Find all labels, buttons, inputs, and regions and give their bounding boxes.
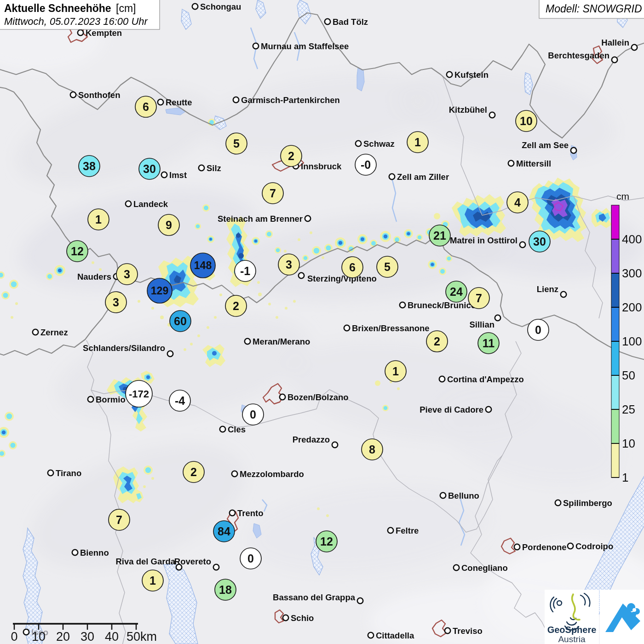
legend-color-segment — [611, 341, 619, 375]
city-marker — [213, 564, 219, 570]
city-marker — [88, 397, 93, 402]
snow-speckle — [184, 348, 186, 351]
station-value: 1 — [414, 136, 421, 149]
station-value-3-628-575: 3 — [278, 254, 299, 275]
snow-speckle — [276, 316, 278, 319]
snow-patch — [254, 240, 257, 242]
snow-patch — [361, 237, 364, 241]
city-marker — [23, 629, 29, 635]
scale-bar-label: 40 — [105, 630, 119, 644]
snow-patch — [209, 238, 212, 241]
city-bruneck-brunico: Bruneck/Brunico — [400, 300, 476, 310]
city-label: Tirano — [56, 468, 81, 478]
city-label: Schlanders/Silandro — [83, 343, 165, 353]
snow-patch — [267, 232, 271, 236]
city-label: Cortina d'Ampezzo — [447, 374, 524, 384]
station-value-4-1125-440: 4 — [507, 192, 528, 213]
station-value: 6 — [143, 100, 149, 113]
legend-tick-label: 100 — [622, 334, 642, 348]
city-label: Reutte — [166, 98, 192, 107]
snow-map-page: KemptenSchongauBad TölzMurnau am Staffel… — [0, 0, 644, 644]
station-value-0-550-901: 0 — [242, 404, 264, 425]
legend-unit-label: cm — [616, 191, 629, 201]
snow-patch — [47, 274, 52, 279]
station-value: 30 — [533, 235, 546, 248]
station-value-7-259-1130: 7 — [109, 509, 130, 530]
city-murnau-am-staffelsee: Murnau am Staffelsee — [253, 41, 349, 51]
station-value: 11 — [483, 337, 495, 350]
station-value-2-633-339: 2 — [281, 145, 302, 167]
legend-color-segment — [611, 443, 619, 477]
snow-patch — [326, 245, 331, 250]
model-label: Modell: SNOWGRID — [546, 3, 642, 15]
snow-patch — [375, 380, 380, 386]
snow-speckle — [92, 261, 94, 264]
city-marker — [561, 292, 566, 297]
station-value: 2 — [233, 299, 239, 312]
snow-speckle — [11, 316, 13, 319]
legend-color-segment — [611, 205, 619, 239]
city-sonthofen: Sonthofen — [70, 90, 121, 100]
station-value: 60 — [174, 315, 187, 328]
station-value: -1 — [240, 264, 250, 277]
station-value: 30 — [143, 162, 156, 175]
city-bozen-bolzano: Bozen/Bolzano — [280, 392, 349, 402]
city-marker — [305, 216, 310, 221]
city-marker — [158, 99, 163, 105]
city-label: Belluno — [448, 491, 479, 500]
station-value-24-992-634: 24 — [446, 281, 467, 302]
city-marker — [439, 376, 445, 382]
snow-patch — [204, 206, 208, 210]
station-value-10-1144-263: 10 — [516, 110, 537, 132]
city-label: Pordenone — [522, 542, 567, 552]
station-value: 8 — [369, 443, 375, 456]
city-label: Lienz — [537, 284, 558, 294]
snow-speckle — [143, 485, 146, 488]
city-marker — [192, 4, 198, 9]
snow-patch — [434, 213, 440, 219]
city-label: Brixen/Bressanone — [352, 323, 430, 333]
station-value: 9 — [166, 218, 172, 231]
station-value--4-391-871: -4 — [169, 390, 190, 411]
city-marker — [245, 339, 250, 344]
station-value: 0 — [535, 323, 541, 336]
snow-speckle — [219, 293, 222, 296]
station-value: 12 — [71, 245, 84, 258]
city-marker — [508, 161, 514, 166]
city-label: Spilimbergo — [563, 498, 612, 508]
station-value-2-421-1026: 2 — [183, 461, 204, 483]
legend-tick-label: 50 — [622, 368, 635, 382]
snow-speckle — [197, 334, 200, 337]
city-label: Bienno — [80, 548, 109, 558]
snow-speckle — [317, 507, 320, 510]
station-value-11-1062-746: 11 — [478, 333, 499, 354]
snow-depth-map: KemptenSchongauBad TölzMurnau am Staffel… — [0, 0, 644, 644]
snow-patch — [145, 467, 151, 473]
model-box: Modell: SNOWGRID — [539, 0, 644, 18]
station-value-0-545-1214: 0 — [240, 548, 261, 569]
city-marker — [232, 471, 237, 477]
city-label: Cles — [228, 425, 246, 434]
city-marker — [280, 394, 285, 400]
city-label: Schwaz — [363, 139, 395, 149]
city-label: Bad Tölz — [333, 17, 368, 27]
city-label: Sillian — [470, 320, 495, 329]
snow-patch — [395, 237, 399, 242]
snow-speckle — [151, 477, 154, 480]
snow-patch — [371, 241, 376, 246]
snow-patch — [384, 235, 388, 239]
city-marker — [555, 500, 561, 506]
city-label: Mittersill — [516, 159, 551, 168]
station-value: -172 — [129, 388, 149, 400]
station-value: 3 — [113, 296, 119, 309]
city-label: Schio — [291, 613, 314, 623]
snow-patch — [6, 414, 12, 419]
city-label: Riva del Garda — [115, 557, 175, 566]
station-value-5-842-580: 5 — [377, 256, 398, 277]
station-value: 7 — [270, 187, 276, 200]
snow-patch — [58, 269, 62, 273]
station-value-12-168-546: 12 — [67, 241, 88, 262]
snow-speckle — [214, 316, 217, 319]
city-marker — [514, 544, 520, 550]
city-label: Landeck — [133, 199, 168, 209]
